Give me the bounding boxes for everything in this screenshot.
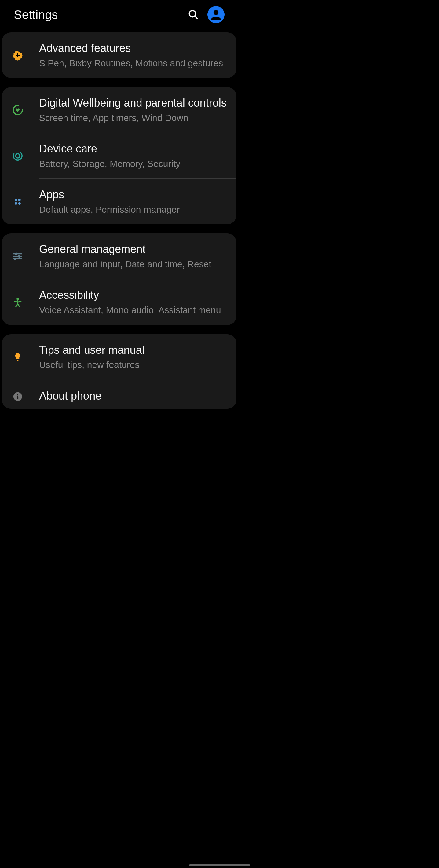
svg-point-11 [15, 202, 18, 205]
page-title: Settings [14, 8, 58, 22]
settings-group: Advanced features S Pen, Bixby Routines,… [2, 32, 237, 78]
item-text: General management Language and input, D… [39, 242, 230, 270]
svg-rect-23 [17, 396, 18, 399]
item-digital-wellbeing[interactable]: Digital Wellbeing and parental controls … [2, 87, 237, 133]
item-subtitle: Default apps, Permission manager [39, 204, 230, 216]
svg-point-3 [214, 10, 218, 15]
item-title: Apps [39, 187, 230, 202]
heart-circle-icon [11, 103, 25, 117]
item-general-management[interactable]: General management Language and input, D… [2, 234, 237, 279]
item-text: Digital Wellbeing and parental controls … [39, 96, 230, 124]
sliders-icon [11, 250, 25, 263]
settings-group: General management Language and input, D… [2, 234, 237, 325]
svg-point-12 [18, 202, 21, 205]
item-text: Accessibility Voice Assistant, Mono audi… [39, 288, 230, 316]
item-advanced-features[interactable]: Advanced features S Pen, Bixby Routines,… [2, 32, 237, 78]
item-device-care[interactable]: Device care Battery, Storage, Memory, Se… [2, 133, 237, 179]
item-subtitle: Voice Assistant, Mono audio, Assistant m… [39, 304, 230, 316]
svg-point-18 [14, 258, 16, 260]
item-about-phone[interactable]: About phone [2, 380, 237, 409]
item-apps[interactable]: Apps Default apps, Permission manager [2, 179, 237, 224]
header-actions [188, 6, 224, 23]
lightbulb-icon [11, 350, 25, 364]
item-accessibility[interactable]: Accessibility Voice Assistant, Mono audi… [2, 279, 237, 325]
search-button[interactable] [188, 9, 199, 20]
item-text: Tips and user manual Useful tips, new fe… [39, 343, 230, 371]
item-title: Device care [39, 142, 230, 156]
svg-point-0 [189, 11, 196, 17]
item-text: About phone [39, 389, 230, 405]
item-subtitle: Useful tips, new features [39, 359, 230, 371]
svg-point-7 [12, 151, 23, 161]
svg-rect-20 [17, 360, 18, 361]
item-title: Advanced features [39, 41, 230, 56]
account-icon [208, 6, 224, 23]
item-title: Digital Wellbeing and parental controls [39, 96, 230, 111]
person-arms-icon [11, 296, 25, 309]
item-title: Accessibility [39, 288, 230, 303]
item-text: Advanced features S Pen, Bixby Routines,… [39, 41, 230, 69]
grid-dots-icon [11, 195, 25, 208]
svg-point-14 [15, 253, 17, 254]
search-icon [188, 9, 199, 20]
item-title: General management [39, 242, 230, 257]
settings-group: Tips and user manual Useful tips, new fe… [2, 334, 237, 409]
info-icon [11, 390, 25, 403]
item-tips[interactable]: Tips and user manual Useful tips, new fe… [2, 334, 237, 380]
gear-plus-icon [11, 49, 25, 62]
svg-line-1 [195, 16, 198, 19]
item-subtitle: Language and input, Date and time, Reset [39, 258, 230, 271]
item-title: About phone [39, 389, 230, 404]
item-subtitle: S Pen, Bixby Routines, Motions and gestu… [39, 57, 230, 70]
item-title: Tips and user manual [39, 343, 230, 358]
app-header: Settings [0, 0, 238, 32]
svg-point-9 [15, 198, 18, 202]
svg-point-10 [18, 198, 21, 202]
account-button[interactable] [208, 6, 224, 23]
settings-group: Digital Wellbeing and parental controls … [2, 87, 237, 224]
svg-point-16 [19, 255, 20, 257]
svg-point-22 [17, 394, 18, 395]
item-text: Device care Battery, Storage, Memory, Se… [39, 142, 230, 170]
svg-point-8 [15, 154, 20, 158]
refresh-circle-icon [11, 149, 25, 162]
item-subtitle: Battery, Storage, Memory, Security [39, 158, 230, 170]
item-subtitle: Screen time, App timers, Wind Down [39, 112, 230, 124]
item-text: Apps Default apps, Permission manager [39, 187, 230, 216]
